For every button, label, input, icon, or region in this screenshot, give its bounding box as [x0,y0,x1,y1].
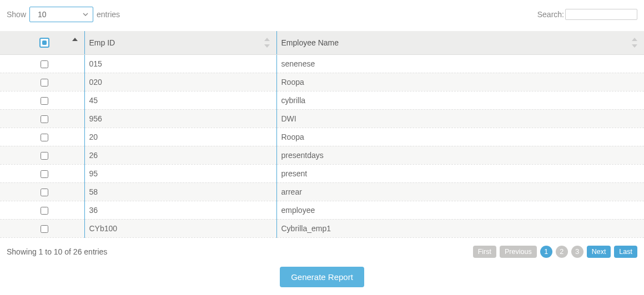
table-row: 95present [0,164,644,182]
show-label: Show [7,10,26,19]
cell-empname: Roopa [276,128,644,146]
page-next[interactable]: Next [587,246,611,258]
row-checkbox[interactable] [41,97,48,105]
row-checkbox[interactable] [41,134,48,141]
col-header-empname[interactable]: Employee Name [276,31,644,54]
cell-empname: arrear [276,182,644,201]
col-header-label: Employee Name [281,38,339,47]
table-row: 015senenese [0,54,644,73]
table-row: 20Roopa [0,128,644,146]
pagination: First Previous 123 Next Last [473,246,637,258]
table-row: 26presentdays [0,146,644,164]
table-row: 58arrear [0,182,644,201]
page-number[interactable]: 2 [556,246,568,258]
cell-empid: 36 [84,201,276,219]
cell-empid: 015 [84,54,276,73]
cell-empname: employee [276,201,644,219]
row-checkbox[interactable] [41,79,48,87]
cell-empname: DWI [276,109,644,128]
sort-icon [72,38,79,48]
table-info: Showing 1 to 10 of 26 entries [7,247,107,256]
entries-label: entries [97,10,120,19]
row-checkbox[interactable] [41,170,48,178]
sort-icon [264,38,271,48]
entries-length-control: Show 10 entries [7,7,120,22]
row-checkbox[interactable] [41,225,48,233]
generate-report-button[interactable]: Generate Report [280,267,364,287]
row-checkbox[interactable] [41,115,48,123]
sort-icon [632,38,638,48]
col-header-label: Emp ID [89,38,115,47]
cell-empid: 95 [84,164,276,182]
col-header-empid[interactable]: Emp ID [84,31,276,54]
cell-empname: presentdays [276,146,644,164]
page-number[interactable]: 3 [571,246,583,258]
search-label: Search: [537,10,564,19]
search-control: Search: [537,9,637,20]
col-header-select[interactable] [0,31,84,54]
page-previous[interactable]: Previous [500,246,537,258]
table-row: CYb100Cybrilla_emp1 [0,219,644,237]
cell-empid: 20 [84,128,276,146]
cell-empid: 020 [84,73,276,91]
row-checkbox[interactable] [41,189,48,196]
page-first[interactable]: First [473,246,496,258]
cell-empid: CYb100 [84,219,276,237]
cell-empname: Cybrilla_emp1 [276,219,644,237]
cell-empname: Roopa [276,73,644,91]
table-row: 45cybrilla [0,91,644,109]
cell-empname: senenese [276,54,644,73]
cell-empid: 956 [84,109,276,128]
cell-empname: cybrilla [276,91,644,109]
row-checkbox[interactable] [41,152,48,160]
select-all-checkbox[interactable] [39,38,49,48]
table-row: 956DWI [0,109,644,128]
cell-empid: 26 [84,146,276,164]
cell-empid: 45 [84,91,276,109]
cell-empname: present [276,164,644,182]
cell-empid: 58 [84,182,276,201]
page-number[interactable]: 1 [540,246,552,258]
row-checkbox[interactable] [41,207,48,215]
row-checkbox[interactable] [41,60,48,68]
search-input[interactable] [565,9,637,20]
table-row: 020Roopa [0,73,644,91]
employee-table: Emp ID Employee Name 015senenese020Roopa… [0,31,644,238]
table-row: 36employee [0,201,644,219]
entries-select[interactable]: 10 [29,7,93,22]
page-last[interactable]: Last [614,246,637,258]
